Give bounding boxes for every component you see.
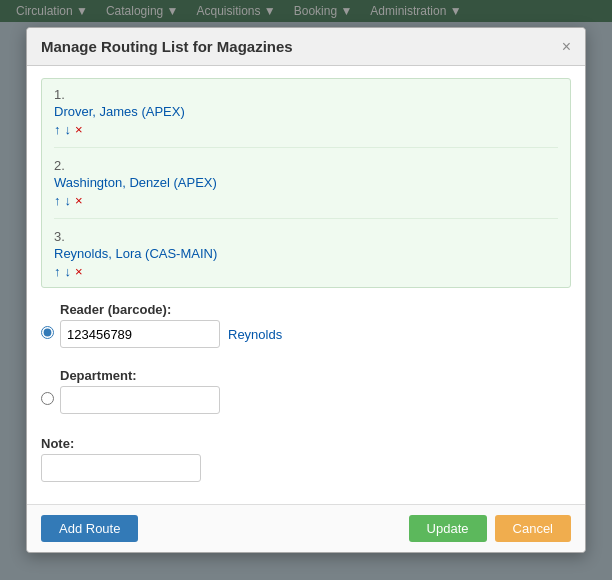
route-number-2: 2. [54,158,558,173]
route-item-1: 1. Drover, James (APEX) ↑ ↓ × [54,87,558,148]
cancel-button[interactable]: Cancel [495,515,571,542]
note-field-row [41,454,571,482]
radio-group: Reader (barcode): Reynolds Department: [41,302,571,428]
footer-right-buttons: Update Cancel [409,515,571,542]
reader-field-group: Reader (barcode): Reynolds [60,302,282,352]
route-item-2: 2. Washington, Denzel (APEX) ↑ ↓ × [54,158,558,219]
route-number-1: 1. [54,87,558,102]
route-item-3: 3. Reynolds, Lora (CAS-MAIN) ↑ ↓ × [54,229,558,279]
note-input[interactable] [41,454,201,482]
route-down-1[interactable]: ↓ [65,122,72,137]
department-label: Department: [60,368,220,383]
route-controls-1: ↑ ↓ × [54,122,558,137]
reader-resolved-name: Reynolds [228,327,282,342]
reader-radio[interactable] [41,326,54,339]
route-number-3: 3. [54,229,558,244]
note-field-group: Note: [41,436,571,482]
route-name-2: Washington, Denzel (APEX) [54,175,558,190]
department-field-group: Department: [60,368,220,418]
route-up-3[interactable]: ↑ [54,264,61,279]
routing-list: 1. Drover, James (APEX) ↑ ↓ × 2. Washing… [41,78,571,288]
department-radio-option[interactable]: Department: [41,368,571,428]
reader-barcode-input[interactable] [60,320,220,348]
route-down-3[interactable]: ↓ [65,264,72,279]
modal-dialog: Manage Routing List for Magazines × 1. D… [26,27,586,553]
route-name-3: Reynolds, Lora (CAS-MAIN) [54,246,558,261]
route-down-2[interactable]: ↓ [65,193,72,208]
update-button[interactable]: Update [409,515,487,542]
reader-radio-option[interactable]: Reader (barcode): Reynolds [41,302,571,362]
route-up-1[interactable]: ↑ [54,122,61,137]
department-field-row [60,386,220,414]
reader-field-row: Reynolds [60,320,282,348]
route-name-1: Drover, James (APEX) [54,104,558,119]
modal-footer: Add Route Update Cancel [27,504,585,552]
route-delete-3[interactable]: × [75,264,83,279]
form-section: Reader (barcode): Reynolds Department: [41,302,571,482]
modal-overlay: Manage Routing List for Magazines × 1. D… [0,0,612,580]
department-radio[interactable] [41,392,54,405]
route-delete-1[interactable]: × [75,122,83,137]
department-input[interactable] [60,386,220,414]
route-up-2[interactable]: ↑ [54,193,61,208]
route-controls-2: ↑ ↓ × [54,193,558,208]
modal-title: Manage Routing List for Magazines [41,38,293,55]
note-label: Note: [41,436,571,451]
reader-label: Reader (barcode): [60,302,282,317]
modal-close-button[interactable]: × [562,39,571,55]
modal-body: 1. Drover, James (APEX) ↑ ↓ × 2. Washing… [27,66,585,504]
modal-header: Manage Routing List for Magazines × [27,28,585,66]
add-route-button[interactable]: Add Route [41,515,138,542]
route-delete-2[interactable]: × [75,193,83,208]
route-controls-3: ↑ ↓ × [54,264,558,279]
